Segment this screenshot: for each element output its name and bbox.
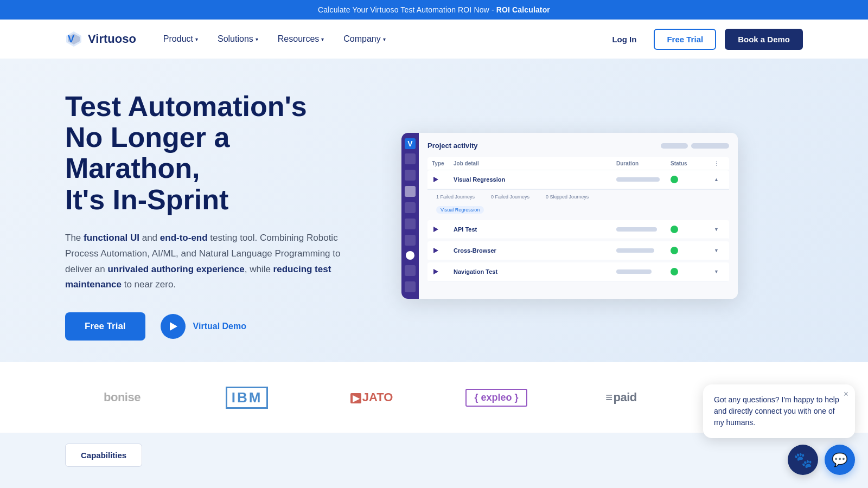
row-navigation-test: Navigation Test ▼ [427,262,729,281]
play-icon [432,226,439,233]
banner-text: Calculate Your Virtuoso Test Automation … [318,5,496,14]
ibm-logo-text: IBM [226,387,269,409]
status-dot [671,247,678,254]
col-actions: ⋮ [714,160,725,166]
row-name: Visual Regression [454,176,616,183]
col-duration: Duration [616,160,671,166]
filter-bar-1 [661,143,688,149]
hero-text: Test Automation's No Longer a Marathon, … [65,91,369,341]
nav-company[interactable]: Company ▾ [343,34,385,44]
chat-avatar-row: 🐾 💬 [703,445,855,475]
hero-title: Test Automation's No Longer a Marathon, … [65,91,369,215]
logo[interactable]: V Virtuoso [65,30,136,48]
chat-message: Got any questions? I'm happy to help and… [714,394,844,428]
paid-icon: ≡ [605,390,612,404]
nav-links: Product ▾ Solutions ▾ Resources ▾ Compan… [163,34,604,44]
logo-bonise: bonise [65,384,179,411]
play-icon [432,268,439,275]
row-name: Cross-Browser [454,247,616,254]
hero-actions: Free Trial Virtual Demo [65,312,369,341]
row-detail: 1 Failed Journeys 0 Failed Journeys 0 Sk… [427,189,729,218]
hero-section: Test Automation's No Longer a Marathon, … [0,59,868,362]
dashboard-filters [661,143,729,149]
duration-bar [616,177,660,182]
svg-text:V: V [68,34,74,44]
duration-bar [616,269,652,274]
top-banner: Calculate Your Virtuoso Test Automation … [0,0,868,20]
hero-image: V Project activity [401,133,738,299]
nav-free-trial-button[interactable]: Free Trial [654,29,716,50]
chat-avatar[interactable]: 🐾 [788,445,818,475]
dashboard-main: Project activity Type Job detail Duratio… [419,133,738,299]
status-dot [671,176,678,183]
dashboard-title: Project activity [427,142,478,150]
chevron-up-icon: ▲ [714,177,725,182]
play-icon [432,247,439,254]
row-name: Navigation Test [454,268,616,275]
nav-solutions[interactable]: Solutions ▾ [218,34,258,44]
jato-icon: ▶ [350,393,361,403]
book-demo-button[interactable]: Book a Demo [725,29,803,50]
status-dot [671,226,678,233]
filter-bar-2 [691,143,729,149]
chevron-down-icon: ▾ [321,36,324,42]
sidebar-icon-1 [405,153,416,164]
row-api-test: API Test ▼ [427,220,729,239]
paid-logo-text: ≡paid [605,390,637,404]
duration-bar [616,248,654,253]
play-triangle-icon [170,322,177,331]
row-cross-browser: Cross-Browser ▼ [427,241,729,260]
bonise-logo-text: bonise [104,390,141,404]
sidebar-icon-6 [405,235,416,246]
logo-expleo: { expleo } [439,384,553,411]
virtual-demo-label: Virtual Demo [193,322,246,331]
hero-free-trial-button[interactable]: Free Trial [65,312,145,341]
col-job: Job detail [454,160,616,166]
jato-logo-text: ▶JATO [350,390,393,404]
logo-jato: ▶JATO [315,384,429,411]
virtual-demo-button[interactable]: Virtual Demo [161,314,246,339]
chat-bubble: × Got any questions? I'm happy to help a… [703,384,855,438]
nav-resources[interactable]: Resources ▾ [278,34,324,44]
close-icon[interactable]: × [844,390,848,399]
nav-solutions-label: Solutions [218,34,253,44]
chevron-down-icon: ▾ [383,36,386,42]
duration-bar [616,227,657,232]
row-name: API Test [454,226,616,233]
chat-open-button[interactable]: 💬 [825,445,855,475]
row-visual-regression: Visual Regression ▲ [427,170,729,189]
roi-calculator-link[interactable]: ROI Calculator [496,5,550,14]
sidebar-icon-5 [405,219,416,229]
status-dot [671,268,678,275]
row-tag: Visual Regression [436,206,484,214]
expleo-logo-text: { expleo } [465,389,527,407]
dashboard-table-header: Type Job detail Duration Status ⋮ [427,157,729,170]
sidebar-icon-2 [405,170,416,181]
nav-resources-label: Resources [278,34,319,44]
sidebar-icon-7 [406,251,414,260]
chat-icon: 💬 [832,452,848,467]
table-row: Cross-Browser ▼ [427,241,729,260]
sidebar-icon-9 [405,281,416,292]
chevron-down-icon: ▾ [195,36,198,42]
nav-company-label: Company [343,34,380,44]
chevron-down-icon: ▾ [256,36,258,42]
table-row: API Test ▼ [427,220,729,239]
login-button[interactable]: Log In [603,30,645,48]
stat-1: 1 Failed Journeys [436,194,475,200]
sidebar-icon-4 [405,202,416,213]
nav-product-label: Product [163,34,193,44]
col-status: Status [671,160,714,166]
play-circle-icon [161,314,186,339]
logo-ibm: IBM [190,384,304,411]
navigation: V Virtuoso Product ▾ Solutions ▾ Resourc… [0,20,868,59]
dashboard-sidebar: V [401,133,419,299]
hero-description: The functional UI and end-to-end testing… [65,230,369,293]
row-stats: 1 Failed Journeys 0 Failed Journeys 0 Sk… [436,194,720,200]
stat-3: 0 Skipped Journeys [546,194,589,200]
nav-product[interactable]: Product ▾ [163,34,198,44]
capabilities-button[interactable]: Capabilities [65,444,142,467]
logo-paid: ≡paid [564,384,678,411]
sidebar-icon-8 [405,265,416,276]
chat-widget: × Got any questions? I'm happy to help a… [703,384,855,475]
